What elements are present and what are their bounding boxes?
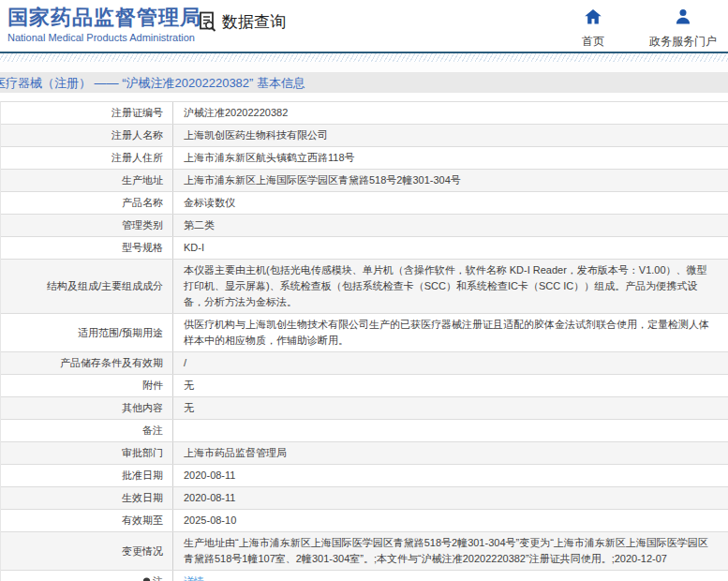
row-label: 生产地址 <box>1 170 173 191</box>
row-value: 详情 <box>173 571 728 581</box>
row-value-text: 上海市浦东新区航头镇鹤立西路118号 <box>184 150 355 166</box>
header-nav: 首页 政务服务门户 <box>571 7 717 50</box>
nav-portal-label: 政务服务门户 <box>649 34 717 50</box>
row-value: 上海市浦东新区上海国际医学园区青黛路518号2幢301-304号 <box>173 170 728 191</box>
user-icon <box>674 7 692 30</box>
table-row: 批准日期2020-08-11 <box>1 465 728 487</box>
nav-service-portal[interactable]: 政务服务门户 <box>649 7 717 50</box>
row-label: 生效日期 <box>1 487 173 509</box>
row-value-text: 2020-08-11 <box>184 468 235 484</box>
logo-title: 国家药品监督管理局 <box>7 7 201 29</box>
breadcrumb-text: 医疗器械（注册） —— “沪械注准20202220382” 基本信息 <box>0 73 305 93</box>
table-row: 备注 <box>1 420 728 442</box>
row-label: 批准日期 <box>1 465 173 486</box>
row-label: 其他内容 <box>1 397 173 419</box>
table-row: 产品名称金标读数仪 <box>1 192 728 215</box>
spacer <box>0 62 728 72</box>
row-label: 有效期至 <box>1 510 173 531</box>
row-label: 变更情况 <box>1 532 173 570</box>
row-label: 结构及组成/主要组成成分 <box>1 260 173 313</box>
row-label: 产品名称 <box>1 192 173 214</box>
row-value-text: 无 <box>184 400 194 416</box>
logo-subtitle: National Medical Products Administration <box>7 32 201 43</box>
row-value <box>173 420 728 441</box>
table-row: 生产地址上海市浦东新区上海国际医学园区青黛路518号2幢301-304号 <box>1 170 728 192</box>
breadcrumb: 医疗器械（注册） —— “沪械注准20202220382” 基本信息 <box>0 72 728 93</box>
row-value: 第二类 <box>173 215 728 236</box>
table-row: 注册证编号沪械注准20202220382 <box>1 102 728 125</box>
row-value-text: 第二类 <box>184 217 215 233</box>
table-row: 注详情 <box>1 571 728 581</box>
row-label: 产品储存条件及有效期 <box>1 352 173 374</box>
row-value: 供医疗机构与上海凯创生物技术有限公司生产的已获医疗器械注册证且适配的胶体金法试剂… <box>173 314 728 351</box>
table-row: 其他内容无 <box>1 397 728 420</box>
detail-link[interactable]: 详情 <box>184 574 204 581</box>
row-value: 本仪器主要由主机(包括光电传感模块、单片机（含操作软件，软件名称 KD-I Re… <box>173 260 728 313</box>
row-value-text: 2025-08-10 <box>184 513 236 529</box>
info-table-body: 注册证编号沪械注准20202220382注册人名称上海凯创医药生物科技有限公司注… <box>1 102 728 581</box>
table-row: 审批部门上海市药品监督管理局 <box>1 442 728 465</box>
row-value-text: 2020-08-11 <box>184 490 235 506</box>
row-value: / <box>173 352 728 374</box>
row-value-text: 生产地址由“上海市浦东新区上海国际医学园区青黛路518号2幢301-304号”变… <box>184 535 717 567</box>
row-value-text: 沪械注准20202220382 <box>184 105 288 121</box>
data-query-section[interactable]: 数据查询 <box>197 10 286 33</box>
row-value: KD-I <box>173 237 728 259</box>
row-label: 适用范围/预期用途 <box>1 314 173 351</box>
row-value-text: KD-I <box>184 240 204 256</box>
note-marker-icon <box>142 577 151 581</box>
row-label: 注册证编号 <box>1 102 173 124</box>
table-row: 型号规格KD-I <box>1 237 728 260</box>
row-value-text: 本仪器主要由主机(包括光电传感模块、单片机（含操作软件，软件名称 KD-I Re… <box>184 262 717 310</box>
row-label: 注册人名称 <box>1 125 173 146</box>
site-header: 国家药品监督管理局 National Medical Products Admi… <box>0 0 728 52</box>
row-value: 上海市药品监督管理局 <box>173 442 728 464</box>
table-row: 适用范围/预期用途供医疗机构与上海凯创生物技术有限公司生产的已获医疗器械注册证且… <box>1 314 728 352</box>
table-row: 注册人名称上海凯创医药生物科技有限公司 <box>1 125 728 147</box>
table-row: 产品储存条件及有效期/ <box>1 352 728 375</box>
row-label: 注 <box>1 571 173 581</box>
row-value-text: / <box>184 355 186 371</box>
row-value: 上海市浦东新区航头镇鹤立西路118号 <box>173 147 728 169</box>
data-query-label: 数据查询 <box>222 11 286 33</box>
row-value: 2020-08-11 <box>173 487 728 509</box>
table-row: 生效日期2020-08-11 <box>1 487 728 510</box>
nav-home-label: 首页 <box>582 34 604 50</box>
info-table: 注册证编号沪械注准20202220382注册人名称上海凯创医药生物科技有限公司注… <box>0 101 728 581</box>
row-label: 附件 <box>1 375 173 396</box>
spacer <box>0 93 728 101</box>
row-value-text: 供医疗机构与上海凯创生物技术有限公司生产的已获医疗器械注册证且适配的胶体金法试剂… <box>184 317 717 349</box>
row-value: 沪械注准20202220382 <box>173 102 728 124</box>
row-value: 2020-08-11 <box>173 465 728 486</box>
document-search-icon <box>197 10 219 33</box>
table-row: 附件无 <box>1 375 728 397</box>
row-label: 管理类别 <box>1 215 173 236</box>
row-value: 金标读数仪 <box>173 192 728 214</box>
table-row: 结构及组成/主要组成成分本仪器主要由主机(包括光电传感模块、单片机（含操作软件，… <box>1 260 728 314</box>
row-label: 备注 <box>1 420 173 441</box>
row-value-text: 上海凯创医药生物科技有限公司 <box>184 127 328 143</box>
row-value-text: 金标读数仪 <box>184 195 235 211</box>
row-label: 注册人住所 <box>1 147 173 169</box>
row-value-text: 上海市药品监督管理局 <box>184 445 287 461</box>
table-row: 注册人住所上海市浦东新区航头镇鹤立西路118号 <box>1 147 728 170</box>
row-value: 上海凯创医药生物科技有限公司 <box>173 125 728 146</box>
row-value: 2025-08-10 <box>173 510 728 531</box>
table-row: 管理类别第二类 <box>1 215 728 237</box>
row-value: 生产地址由“上海市浦东新区上海国际医学园区青黛路518号2幢301-304号”变… <box>173 532 728 570</box>
stripe-band <box>0 53 728 62</box>
row-value: 无 <box>173 397 728 419</box>
table-row: 变更情况生产地址由“上海市浦东新区上海国际医学园区青黛路518号2幢301-30… <box>1 532 728 571</box>
nmpa-logo[interactable]: 国家药品监督管理局 National Medical Products Admi… <box>7 7 201 43</box>
row-label: 审批部门 <box>1 442 173 464</box>
row-value-text: 无 <box>184 378 194 394</box>
nav-home[interactable]: 首页 <box>571 7 616 50</box>
table-row: 有效期至2025-08-10 <box>1 510 728 532</box>
row-value-text: 上海市浦东新区上海国际医学园区青黛路518号2幢301-304号 <box>184 172 461 188</box>
row-label: 型号规格 <box>1 237 173 259</box>
row-value: 无 <box>173 375 728 396</box>
home-icon <box>584 7 602 30</box>
